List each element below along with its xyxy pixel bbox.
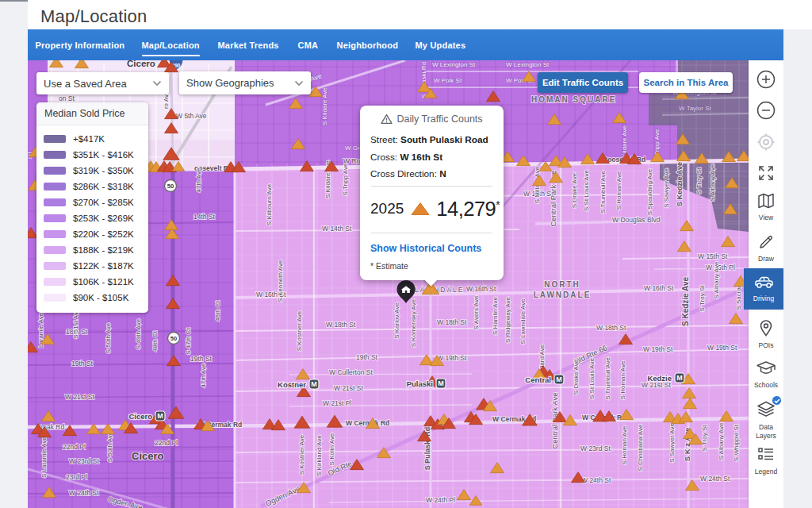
tab-label: Neighborhood: [337, 40, 399, 50]
legend-label: $286K - $318K: [73, 182, 134, 191]
map-label: W 21st St: [334, 384, 363, 392]
map-label: S Albany Ave: [718, 422, 725, 460]
svg-text:Kedzie: Kedzie: [647, 374, 672, 383]
map-label: 19th St: [190, 355, 213, 363]
popup-tail: [423, 279, 439, 288]
search-in-this-area-button[interactable]: Search in This Area: [639, 72, 733, 93]
legend-swatch: [44, 230, 66, 239]
map-label: W 16th St: [466, 285, 496, 293]
legend-row: $90K - $105K: [44, 290, 148, 306]
legend-list-icon: [756, 446, 776, 464]
geographies-dropdown[interactable]: Show Geographies: [179, 71, 311, 94]
fullscreen-button[interactable]: [749, 164, 783, 185]
tab-label: Map/Location: [142, 40, 200, 50]
popup-street-row: Street: South Pulaski Road: [370, 134, 493, 145]
map-label: S Drake Ave: [573, 359, 580, 394]
tab-map-location[interactable]: Map/Location: [142, 29, 200, 60]
view-button[interactable]: View: [749, 192, 783, 221]
saved-area-dropdown[interactable]: Use a Saved Area: [36, 72, 169, 94]
map-label: W 14th St: [322, 225, 352, 233]
map-label: W Polk St: [434, 77, 462, 84]
legend-row: $220K - $252K: [44, 226, 148, 242]
legend-swatch: [44, 214, 66, 223]
popup-year: 2025: [370, 200, 404, 217]
map-label: S Homan Ave: [621, 425, 628, 464]
legend-label: $90K - $105K: [73, 293, 128, 302]
svg-text:Kostner: Kostner: [278, 380, 306, 389]
map-label: S Spaulding Ave: [646, 168, 653, 215]
map-label: Cicero: [127, 60, 155, 68]
map-label: 19th St: [71, 360, 94, 368]
legend-button[interactable]: Legend: [749, 446, 783, 475]
traffic-triangle-icon: [411, 202, 430, 216]
map-label: W 24th St: [700, 475, 730, 483]
zoom-in-button[interactable]: [749, 70, 783, 92]
pois-button[interactable]: POIs: [749, 318, 783, 349]
map-label: S Lawndale Ave: [519, 298, 527, 344]
edit-traffic-counts-button[interactable]: Edit Traffic Counts: [538, 72, 628, 93]
map-label: W Lexington St: [506, 61, 550, 68]
svg-text:M: M: [556, 375, 562, 383]
map-label: S Troy St: [701, 425, 708, 452]
map-label: S Sawyer Ave: [663, 168, 670, 208]
map-label: S Komensky Ave: [410, 298, 417, 347]
tab-my-updates[interactable]: My Updates: [416, 29, 466, 60]
map-label: W 21st Pl: [323, 399, 351, 407]
map-label: ro Av: [163, 94, 170, 109]
legend-label: $351K - $416K: [73, 150, 134, 160]
map-label: S Albany Ave: [709, 164, 716, 202]
driving-layer-button-active[interactable]: Driving: [744, 268, 783, 310]
svg-text:50: 50: [170, 335, 177, 342]
legend-row: $270K - $285K: [44, 194, 148, 210]
map-label: S Kenneth Ave: [277, 260, 284, 302]
traffic-counts-popup: Daily Traffic Counts Street: South Pulas…: [360, 106, 504, 280]
toolbar-label: Legend: [749, 468, 783, 475]
tab-property-information[interactable]: Property Information: [36, 29, 125, 60]
toolbar-label: Layers: [749, 432, 783, 440]
map-label: S St Louis Ave: [588, 358, 596, 399]
legend-row: $122K - $187K: [44, 258, 148, 274]
data-layers-button[interactable]: DataLayers: [749, 400, 783, 440]
map-label: S Kostner Ave: [298, 434, 305, 475]
map-label: S Trumbull Ave: [604, 357, 611, 400]
map-label: Cicero: [132, 450, 164, 462]
plus-circle-icon: [756, 70, 776, 89]
schools-button[interactable]: Schools: [749, 360, 783, 389]
locate-icon: [756, 133, 776, 152]
map-label: S Karlov Ave: [393, 302, 400, 339]
legend-label: $220K - $252K: [73, 229, 134, 239]
popup-title: Daily Traffic Counts: [396, 114, 482, 125]
svg-text:50: 50: [167, 183, 174, 190]
map-label: W 18th St: [596, 324, 626, 332]
transit-station-central: CentralM: [525, 375, 564, 384]
map-label: W 19th St: [707, 344, 737, 352]
locate-button[interactable]: [749, 133, 783, 155]
map-label: NORTH: [544, 280, 580, 289]
minus-circle-icon: [756, 101, 776, 120]
legend-row: $253K - $269K: [44, 210, 148, 226]
map-label: 22nd Pl: [155, 439, 178, 447]
map-label: S 47th Ct: [185, 328, 192, 355]
map-label: 47th Ave: [195, 167, 202, 193]
page-title: Map/Location: [40, 6, 147, 27]
legend-swatch: [44, 151, 66, 160]
legend-label: $106K - $121K: [73, 277, 134, 287]
draw-button[interactable]: Draw: [749, 233, 783, 263]
map-label: S Sawyer Ave: [668, 423, 676, 463]
median-sold-price-legend: Median Sold Price +$417K$351K - $416K$31…: [36, 102, 148, 313]
map-label: HOMAN SQUARE: [531, 95, 616, 104]
zoom-out-button[interactable]: [749, 101, 783, 123]
map-label: S Kedzie Ave: [681, 277, 690, 326]
toolbar-label: Data: [749, 423, 783, 431]
map-label: S Christiana Ave: [637, 424, 644, 471]
route-50-shield: 50: [165, 180, 177, 192]
gutter-topline: [0, 0, 28, 2]
map-label: S Laramie Ave: [40, 437, 48, 478]
tab-market-trends[interactable]: Market Trends: [218, 29, 279, 60]
legend-label: $122K - $187K: [73, 261, 134, 271]
tab-neighborhood[interactable]: Neighborhood: [337, 29, 399, 60]
show-historical-counts-link[interactable]: Show Historical Counts: [360, 233, 504, 254]
tab-cma[interactable]: CMA: [298, 29, 319, 60]
map-label: S 49th Ave: [135, 318, 142, 349]
popup-direction-row: Cross Direction: N: [370, 168, 493, 179]
